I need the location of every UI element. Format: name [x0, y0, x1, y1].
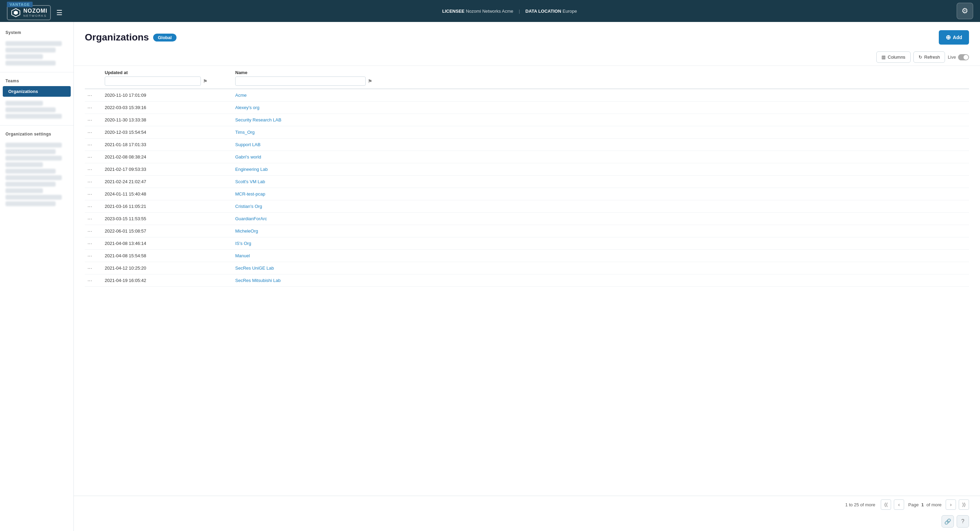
- licensee-value: Nozomi Networks Acme: [466, 9, 513, 14]
- row-actions-dots[interactable]: ···: [85, 262, 102, 274]
- filter-name-icon[interactable]: ⚑: [368, 79, 372, 84]
- hamburger-menu[interactable]: ☰: [56, 9, 62, 17]
- row-name[interactable]: Security Research LAB: [232, 114, 969, 126]
- row-name[interactable]: Gabri's world: [232, 151, 969, 163]
- org-name-link[interactable]: IS's Org: [235, 241, 251, 246]
- row-updated: 2022-03-03 15:39:16: [102, 101, 232, 114]
- row-name[interactable]: Manuel: [232, 250, 969, 262]
- vantage-badge: VANTAGE: [7, 2, 33, 7]
- org-name-link[interactable]: SecRes UniGE Lab: [235, 265, 274, 271]
- row-updated: 2021-03-16 11:05:21: [102, 200, 232, 213]
- row-updated: 2020-11-10 17:01:09: [102, 89, 232, 101]
- row-actions-dots[interactable]: ···: [85, 114, 102, 126]
- row-actions-dots[interactable]: ···: [85, 250, 102, 262]
- org-name-link[interactable]: SecRes Mitsubishi Lab: [235, 278, 280, 283]
- row-actions-dots[interactable]: ···: [85, 237, 102, 250]
- row-name[interactable]: Engineering Lab: [232, 163, 969, 176]
- org-name-link[interactable]: MCR-test-pcap: [235, 192, 265, 197]
- col-header-name: Name ⚑: [232, 66, 969, 89]
- licensee-label: LICENSEE: [442, 9, 465, 14]
- row-name[interactable]: SecRes UniGE Lab: [232, 262, 969, 274]
- table-row: ···2020-11-30 13:33:38Security Research …: [85, 114, 969, 126]
- sidebar-blur-16: [5, 195, 62, 200]
- pagination-first[interactable]: ⟨⟨: [881, 499, 891, 510]
- org-name-link[interactable]: Tims_Org: [235, 130, 255, 135]
- row-name[interactable]: IS's Org: [232, 237, 969, 250]
- table-row: ···2022-06-01 15:08:57MicheleOrg: [85, 225, 969, 237]
- org-name-link[interactable]: GuardianForArc: [235, 216, 267, 221]
- row-name[interactable]: Acme: [232, 89, 969, 101]
- sidebar-blur-14: [5, 182, 56, 187]
- row-actions-dots[interactable]: ···: [85, 163, 102, 176]
- row-actions-dots[interactable]: ···: [85, 188, 102, 200]
- live-toggle-switch[interactable]: [958, 54, 969, 60]
- row-name[interactable]: Alexey's org: [232, 101, 969, 114]
- refresh-button[interactable]: ↻ Refresh: [913, 51, 945, 63]
- add-button[interactable]: ⊕ Add: [939, 30, 969, 44]
- sidebar-blur-10: [5, 156, 62, 160]
- row-actions-dots[interactable]: ···: [85, 101, 102, 114]
- row-updated: 2021-01-18 17:01:33: [102, 139, 232, 151]
- row-actions-dots[interactable]: ···: [85, 225, 102, 237]
- row-updated: 2021-02-24 21:02:47: [102, 176, 232, 188]
- row-name[interactable]: SecRes Mitsubishi Lab: [232, 274, 969, 287]
- settings-button[interactable]: ⚙: [957, 3, 973, 19]
- organizations-table: Updated at ⚑ Name ⚑: [85, 66, 969, 287]
- row-actions-dots[interactable]: ···: [85, 176, 102, 188]
- org-name-link[interactable]: Gabri's world: [235, 154, 261, 160]
- pagination-prev[interactable]: ‹: [894, 499, 904, 510]
- org-name-link[interactable]: Engineering Lab: [235, 167, 268, 172]
- org-name-link[interactable]: Alexey's org: [235, 105, 259, 110]
- row-actions-dots[interactable]: ···: [85, 89, 102, 101]
- filter-updated-input[interactable]: [105, 76, 201, 86]
- row-name[interactable]: Support LAB: [232, 139, 969, 151]
- org-name-link[interactable]: Scott's VM Lab: [235, 179, 265, 184]
- row-actions-dots[interactable]: ···: [85, 126, 102, 139]
- sidebar-blur-17: [5, 201, 56, 206]
- row-name[interactable]: GuardianForArc: [232, 213, 969, 225]
- row-name[interactable]: MCR-test-pcap: [232, 188, 969, 200]
- org-name-link[interactable]: Cristian's Org: [235, 204, 262, 209]
- logo-box: NOZOMI NETWORKS: [7, 5, 51, 20]
- org-name-link[interactable]: Support LAB: [235, 142, 261, 147]
- org-name-link[interactable]: Security Research LAB: [235, 117, 281, 122]
- link-button[interactable]: 🔗: [942, 515, 954, 528]
- table-row: ···2021-04-08 13:46:14IS's Org: [85, 237, 969, 250]
- table-row: ···2021-02-17 09:53:33Engineering Lab: [85, 163, 969, 176]
- help-icon: ?: [961, 518, 964, 525]
- row-updated: 2021-02-08 08:38:24: [102, 151, 232, 163]
- row-actions-dots[interactable]: ···: [85, 213, 102, 225]
- sidebar-blur-1: [5, 41, 62, 46]
- pagination-next[interactable]: ›: [946, 499, 956, 510]
- live-toggle[interactable]: Live: [948, 54, 969, 60]
- topbar-right: ⚙: [957, 3, 973, 19]
- sidebar-divider-2: [0, 125, 73, 125]
- pagination-last[interactable]: ⟩⟩: [959, 499, 969, 510]
- row-name[interactable]: Scott's VM Lab: [232, 176, 969, 188]
- sidebar-blur-9: [5, 149, 56, 154]
- org-name-link[interactable]: MicheleOrg: [235, 228, 258, 234]
- org-settings-items: [0, 139, 73, 209]
- row-actions-dots[interactable]: ···: [85, 139, 102, 151]
- row-name[interactable]: Tims_Org: [232, 126, 969, 139]
- sidebar-blur-4: [5, 61, 56, 65]
- row-updated: 2023-03-15 11:53:55: [102, 213, 232, 225]
- sidebar-item-organizations[interactable]: Organizations: [3, 86, 71, 97]
- columns-button[interactable]: ▥ Columns: [876, 51, 910, 63]
- row-actions-dots[interactable]: ···: [85, 274, 102, 287]
- row-updated: 2020-11-30 13:33:38: [102, 114, 232, 126]
- page-label: Page 1 of more: [908, 502, 942, 507]
- row-actions-dots[interactable]: ···: [85, 200, 102, 213]
- row-name[interactable]: Cristian's Org: [232, 200, 969, 213]
- row-name[interactable]: MicheleOrg: [232, 225, 969, 237]
- gear-icon: ⚙: [961, 6, 968, 16]
- org-name-link[interactable]: Manuel: [235, 253, 250, 258]
- logo-text: NOZOMI: [23, 8, 48, 14]
- org-name-link[interactable]: Acme: [235, 93, 247, 98]
- help-button[interactable]: ?: [957, 515, 969, 528]
- columns-icon: ▥: [881, 54, 886, 60]
- filter-name-input[interactable]: [235, 76, 366, 86]
- system-section-title: System: [0, 27, 73, 37]
- filter-updated-icon[interactable]: ⚑: [203, 79, 207, 84]
- row-actions-dots[interactable]: ···: [85, 151, 102, 163]
